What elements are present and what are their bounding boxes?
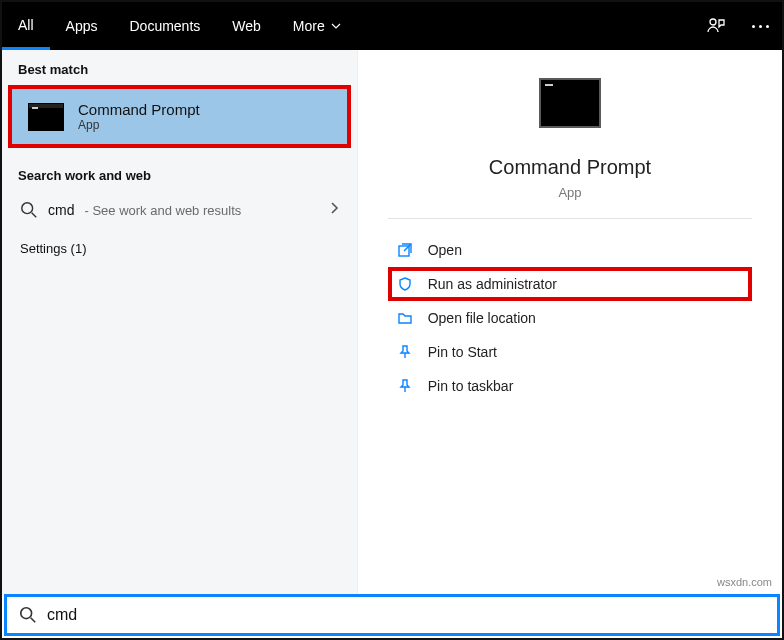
search-web-item[interactable]: cmd - See work and web results [2, 191, 357, 229]
action-pin-to-start[interactable]: Pin to Start [388, 335, 753, 369]
svg-point-3 [21, 608, 32, 619]
tab-more-label: More [293, 18, 325, 34]
filter-tab-bar: All Apps Documents Web More [2, 2, 782, 50]
best-match-heading: Best match [2, 50, 357, 85]
watermark: wsxdn.com [717, 576, 772, 588]
preview-pane: Command Prompt App Open Run as administr… [358, 50, 782, 596]
main-content: Best match Command Prompt App Search wor… [2, 50, 782, 596]
action-run-as-administrator[interactable]: Run as administrator [388, 267, 753, 301]
svg-point-0 [710, 19, 716, 25]
preview-app-icon [539, 78, 601, 128]
command-prompt-icon [28, 103, 64, 131]
action-label: Run as administrator [428, 276, 557, 292]
action-label: Pin to taskbar [428, 378, 514, 394]
action-pin-to-taskbar[interactable]: Pin to taskbar [388, 369, 753, 403]
best-match-subtitle: App [78, 118, 200, 132]
feedback-icon[interactable] [694, 2, 738, 50]
best-match-result[interactable]: Command Prompt App [8, 85, 351, 148]
shield-icon [396, 275, 414, 293]
action-label: Pin to Start [428, 344, 497, 360]
search-web-hint: - See work and web results [84, 203, 241, 218]
preview-subtitle: App [558, 185, 581, 200]
pin-icon [396, 343, 414, 361]
folder-icon [396, 309, 414, 327]
search-icon [19, 606, 37, 624]
best-match-title: Command Prompt [78, 101, 200, 118]
open-icon [396, 241, 414, 259]
svg-point-1 [22, 203, 33, 214]
more-options-icon[interactable] [738, 2, 782, 50]
tab-more[interactable]: More [277, 2, 357, 50]
action-label: Open file location [428, 310, 536, 326]
search-web-heading: Search work and web [2, 156, 357, 191]
search-icon [20, 201, 38, 219]
divider [388, 218, 753, 219]
action-open[interactable]: Open [388, 233, 753, 267]
tab-apps[interactable]: Apps [50, 2, 114, 50]
action-open-file-location[interactable]: Open file location [388, 301, 753, 335]
search-input[interactable] [47, 606, 765, 624]
settings-heading[interactable]: Settings (1) [2, 229, 357, 268]
search-web-term: cmd [48, 202, 74, 218]
results-pane: Best match Command Prompt App Search wor… [2, 50, 358, 596]
chevron-down-icon [331, 21, 341, 31]
chevron-right-icon [329, 201, 339, 219]
action-list: Open Run as administrator Open file loca… [388, 233, 753, 403]
best-match-text: Command Prompt App [78, 101, 200, 132]
window-frame: All Apps Documents Web More Best match C… [0, 0, 784, 640]
tab-documents[interactable]: Documents [113, 2, 216, 50]
pin-icon [396, 377, 414, 395]
tab-all[interactable]: All [2, 2, 50, 50]
tab-web[interactable]: Web [216, 2, 277, 50]
action-label: Open [428, 242, 462, 258]
preview-title: Command Prompt [489, 156, 651, 179]
search-bar[interactable] [4, 594, 780, 636]
